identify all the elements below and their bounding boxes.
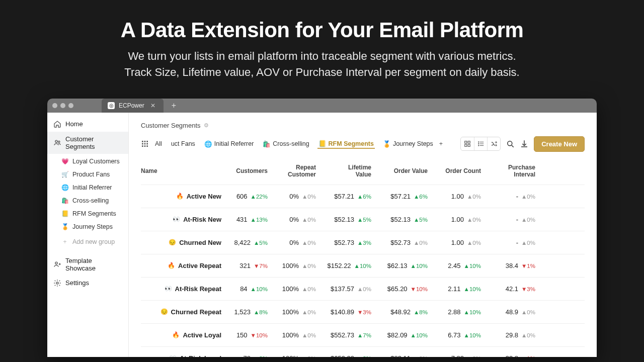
table-row[interactable]: 🔥Active New606▲22%0%▲0%$57.21▲6%$57.21▲6… (141, 185, 585, 208)
group-emoji-icon: 🌐 (61, 184, 68, 191)
filter-chip[interactable]: 📒RFM Segments (317, 139, 375, 149)
app-window: ◎ ECPower ✕ + Home Customer Segments 💗Lo… (47, 99, 597, 357)
row-emoji-icon: 😔 (160, 308, 168, 315)
window-titlebar: ◎ ECPower ✕ + (47, 99, 597, 113)
table-row[interactable]: 😔Churned Repeat1,523▲8%100%▲0%$140.89▼3%… (141, 300, 585, 323)
row-emoji-icon: 👀 (169, 354, 177, 357)
sidebar-item-template[interactable]: Template Showcase (47, 253, 128, 276)
delta-indicator: ▲2% (254, 355, 268, 357)
svg-point-2 (55, 262, 57, 264)
group-emoji-icon: 🛒 (61, 171, 68, 178)
delta-indicator: ▼3% (357, 309, 371, 315)
delta-indicator: ▲10% (464, 309, 481, 315)
filter-chip[interactable]: 🏅Journey Steps (382, 139, 434, 149)
toolbar: Create New (460, 136, 585, 152)
svg-rect-10 (142, 146, 143, 147)
svg-rect-12 (146, 146, 148, 147)
table-row[interactable]: 👀At-Risk Loyal72▲2%100%▲0%$650.20▲2%$83.… (141, 346, 585, 357)
view-shuffle-icon[interactable] (487, 137, 500, 150)
crumb-settings-icon[interactable]: ⚙ (204, 122, 209, 129)
create-new-button[interactable]: Create New (534, 136, 585, 152)
svg-point-3 (56, 282, 58, 284)
filter-chip[interactable]: 🌐Initial Referrer (203, 139, 255, 149)
sidebar-group-item[interactable]: 🌐Initial Referrer (47, 181, 128, 194)
sidebar-add-group[interactable]: + Add new group (47, 235, 128, 248)
group-emoji-icon: 💗 (61, 158, 68, 165)
tab-title: ECPower (119, 102, 144, 109)
template-icon (53, 260, 61, 268)
delta-indicator: ▲0% (467, 240, 481, 246)
sidebar-group-item[interactable]: 💗Loyal Customers (47, 155, 128, 168)
delta-indicator: ▼10% (251, 332, 268, 338)
delta-indicator: ▲0% (302, 286, 316, 292)
svg-rect-5 (144, 141, 146, 142)
svg-rect-8 (144, 143, 146, 145)
view-card-icon[interactable] (461, 137, 474, 150)
search-icon[interactable] (506, 139, 515, 148)
delta-indicator: ▲13% (251, 217, 268, 223)
plus-icon: + (61, 238, 68, 245)
row-emoji-icon: 🔥 (168, 262, 175, 269)
delta-indicator: ▲0% (302, 217, 316, 223)
view-list-icon[interactable] (474, 137, 487, 150)
delta-indicator: ▲0% (521, 240, 535, 246)
group-emoji-icon: 🛍️ (61, 197, 68, 204)
browser-tab[interactable]: ◎ ECPower ✕ (102, 99, 164, 113)
table-row[interactable]: 🔥Active Repeat321▼7%100%▲0%$152.22▲10%$6… (141, 254, 585, 277)
delta-indicator: ▲0% (302, 194, 316, 200)
users-icon (53, 139, 61, 147)
svg-rect-13 (465, 141, 467, 143)
chip-emoji-icon: 🏅 (383, 140, 391, 148)
svg-point-0 (55, 140, 57, 142)
breadcrumb: Customer Segments ⚙ (141, 122, 585, 129)
delta-indicator: ▲8% (254, 309, 268, 315)
group-emoji-icon: 📒 (61, 210, 68, 217)
tab-close-icon[interactable]: ✕ (148, 102, 157, 109)
delta-indicator: ▲0% (467, 217, 481, 223)
svg-line-24 (512, 145, 514, 147)
sidebar-group-item[interactable]: 📒RFM Segments (47, 207, 128, 220)
filter-chip[interactable]: All (154, 139, 163, 148)
row-emoji-icon: 👀 (173, 216, 180, 223)
sidebar-item-settings[interactable]: Settings (47, 276, 128, 291)
delta-indicator: ▲10% (354, 263, 371, 269)
table-row[interactable]: 👀At-Risk New431▲13%0%▲0%$52.13▲5%$52.13▲… (141, 208, 585, 231)
hero-subtitle: We turn your lists in email platform int… (0, 48, 644, 80)
delta-indicator: ▼10% (411, 286, 428, 292)
svg-point-22 (478, 145, 478, 146)
table-row[interactable]: 🔥Active Loyal150▼10%100%▲0%$552.73▲7%$82… (141, 323, 585, 346)
filter-chip[interactable]: uct Fans (170, 139, 196, 148)
sidebar-group-item[interactable]: 🛒Product Fans (47, 168, 128, 181)
svg-rect-7 (142, 143, 143, 145)
view-switch[interactable] (460, 137, 501, 151)
grid-icon[interactable] (141, 140, 149, 148)
svg-rect-4 (142, 141, 143, 142)
svg-point-1 (58, 141, 60, 142)
row-emoji-icon: 🔥 (172, 331, 180, 338)
sidebar-item-segments[interactable]: Customer Segments (47, 132, 128, 154)
delta-indicator: ▲10% (411, 263, 428, 269)
new-tab-icon[interactable]: + (172, 101, 176, 110)
delta-indicator: ▼1% (521, 263, 535, 269)
download-icon[interactable] (520, 139, 529, 148)
add-filter-icon[interactable]: + (439, 140, 443, 147)
delta-indicator: ▲6% (357, 194, 371, 200)
tab-favicon-icon: ◎ (108, 102, 115, 109)
table-row[interactable]: 😔Churned New8,422▲5%0%▲0%$52.73▲3%$52.73… (141, 231, 585, 254)
delta-indicator: ▲0% (467, 194, 481, 200)
filter-chip[interactable]: 🛍️Cross-selling (262, 139, 310, 149)
row-emoji-icon: 👀 (165, 285, 172, 292)
svg-rect-16 (468, 144, 470, 146)
delta-indicator: ▲5% (414, 217, 428, 223)
delta-indicator: ▲6% (414, 194, 428, 200)
delta-indicator: ▲10% (464, 332, 481, 338)
sidebar-group-item[interactable]: 🏅Journey Steps (47, 220, 128, 233)
table-row[interactable]: 👀At-Risk Repeat84▲10%100%▲0%$137.57▲0%$6… (141, 277, 585, 300)
delta-indicator: ▲7% (357, 332, 371, 338)
traffic-lights[interactable] (52, 103, 73, 108)
home-icon (53, 120, 61, 128)
delta-indicator: ▲10% (464, 263, 481, 269)
delta-indicator: ▲0% (302, 355, 316, 357)
sidebar-group-item[interactable]: 🛍️Cross-selling (47, 194, 128, 207)
sidebar-item-home[interactable]: Home (47, 117, 128, 132)
